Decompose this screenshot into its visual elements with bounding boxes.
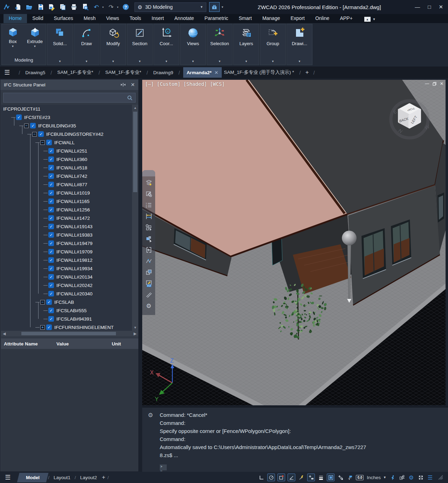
select-objects-icon[interactable] bbox=[144, 222, 154, 233]
viewport-restore-icon[interactable] bbox=[433, 82, 436, 86]
dyn-input-icon[interactable] bbox=[298, 474, 305, 481]
tree-item[interactable]: ✓IFCWALL#19479 bbox=[1, 239, 132, 247]
lineweight-icon[interactable] bbox=[317, 474, 324, 481]
ribbon-options-icon[interactable]: ▼ bbox=[373, 18, 376, 21]
help-icon[interactable]: ? bbox=[122, 3, 130, 11]
tree-item[interactable]: ✓IFCWALL#19383 bbox=[1, 231, 132, 239]
tab-surfaces[interactable]: Surfaces bbox=[49, 14, 78, 23]
tree-expander[interactable]: + bbox=[40, 325, 45, 330]
snap-icon[interactable] bbox=[307, 474, 315, 481]
tree-checkbox[interactable]: ✓ bbox=[38, 131, 44, 137]
maximize-button[interactable]: □ bbox=[428, 4, 431, 10]
ribbon-panel-modify[interactable]: Modify▼ bbox=[100, 24, 126, 65]
tree-expander[interactable]: − bbox=[40, 140, 45, 145]
tree-item[interactable]: ✓IFCWALL#19934 bbox=[1, 264, 132, 273]
tree-checkbox[interactable]: ✓ bbox=[48, 198, 54, 204]
tree-expander[interactable]: − bbox=[24, 124, 29, 128]
tree-checkbox[interactable]: ✓ bbox=[46, 324, 52, 330]
tree-checkbox[interactable]: ✓ bbox=[48, 274, 54, 280]
tree-checkbox[interactable]: ✓ bbox=[30, 123, 36, 128]
dropdown-icon[interactable]: ▼ bbox=[127, 60, 152, 63]
tab-parametric[interactable]: Parametric bbox=[199, 14, 234, 23]
layout-tab-model[interactable]: Model bbox=[17, 473, 49, 482]
document-tab[interactable]: SAM_1F-多专业* bbox=[55, 67, 96, 78]
tree-horizontal-scrollbar[interactable]: ◀ ▶ bbox=[1, 331, 138, 336]
tree-item[interactable]: ✓IFCWALL#19812 bbox=[1, 256, 132, 264]
tree-item[interactable]: ✓IFCWALL#1165 bbox=[1, 197, 132, 205]
tree-checkbox[interactable]: ✓ bbox=[48, 249, 54, 254]
tab-insert[interactable]: Insert bbox=[146, 14, 169, 23]
tab-smart[interactable]: Smart bbox=[234, 14, 257, 23]
document-tab[interactable]: SAM_1F-多专业* bbox=[103, 67, 143, 78]
dimension-icon[interactable] bbox=[144, 211, 154, 222]
tree-checkbox[interactable]: ✓ bbox=[48, 291, 54, 296]
measure-icon[interactable] bbox=[144, 289, 154, 300]
ribbon-collapse-controls[interactable]: ▲ ▼ bbox=[364, 17, 376, 23]
tree-checkbox[interactable]: ✓ bbox=[48, 173, 54, 179]
tree-vertical-scrollbar[interactable]: ▲ ▼ bbox=[132, 105, 138, 331]
tree-item[interactable]: ✓IFCSLAB#555 bbox=[1, 306, 132, 315]
tree-item[interactable]: ✓IFCWALL#742 bbox=[1, 172, 132, 180]
dropdown-icon[interactable]: ▼ bbox=[47, 60, 73, 63]
toolbar-grip[interactable] bbox=[142, 170, 155, 176]
units-dropdown-icon[interactable]: ▼ bbox=[383, 476, 386, 479]
ribbon-button-extrude[interactable]: Extrude▼ bbox=[25, 26, 45, 48]
document-tab[interactable]: SAM_1F-多专业 (用于导入演示) * bbox=[222, 67, 296, 78]
tree-checkbox[interactable]: ✓ bbox=[48, 215, 54, 221]
tree-expander[interactable]: − bbox=[32, 132, 37, 136]
tree-item[interactable]: ✓IFCWALL#1019 bbox=[1, 189, 132, 197]
tree-item[interactable]: −✓IFCWALL bbox=[1, 138, 132, 147]
copy-icon[interactable] bbox=[59, 3, 67, 11]
tree-item[interactable]: ✓IFCWALL#877 bbox=[1, 180, 132, 189]
scroll-down-icon[interactable]: ▼ bbox=[134, 324, 137, 331]
tab-solid[interactable]: Solid bbox=[27, 14, 48, 23]
tree-checkbox[interactable]: ✓ bbox=[48, 207, 54, 212]
viewport-minimize-icon[interactable]: — bbox=[425, 81, 429, 86]
command-line-panel[interactable]: ⚙ Command: *Cancel*Command:Specify oppos… bbox=[142, 407, 448, 472]
otrack-icon[interactable] bbox=[288, 474, 295, 481]
settings-icon[interactable]: ⚙ bbox=[408, 474, 415, 481]
tab-tools[interactable]: Tools bbox=[124, 14, 146, 23]
resize-grip[interactable] bbox=[438, 475, 443, 480]
dropdown-icon[interactable]: ▼ bbox=[34, 45, 36, 48]
tab-annotate[interactable]: Annotate bbox=[169, 14, 199, 23]
tree-checkbox[interactable]: ✓ bbox=[48, 182, 54, 187]
tree-checkbox[interactable]: ✓ bbox=[46, 140, 52, 145]
viewport-label[interactable]: [—] [Custom] [Shaded] [WCS] bbox=[145, 81, 225, 87]
tree-item[interactable]: ✓IFCWALL#360 bbox=[1, 155, 132, 163]
ribbon-panel-section[interactable]: Section▼ bbox=[127, 24, 153, 65]
tab-home[interactable]: Home bbox=[4, 14, 27, 23]
tree-checkbox[interactable]: ✓ bbox=[48, 240, 54, 246]
tab-close-icon[interactable]: ✕ bbox=[214, 70, 218, 75]
tree-item[interactable]: ✓IFCWALL#251 bbox=[1, 147, 132, 155]
tab-mesh[interactable]: Mesh bbox=[78, 14, 101, 23]
selection-cycling-icon[interactable] bbox=[398, 474, 405, 481]
dropdown-icon[interactable]: ▼ bbox=[287, 60, 312, 63]
document-tab[interactable]: Armanda2*✕ bbox=[183, 67, 222, 78]
precision-box[interactable]: 0.0 bbox=[356, 475, 364, 480]
tree-checkbox[interactable]: ✓ bbox=[48, 165, 54, 170]
tree-item[interactable]: ✓IFCWALL#19143 bbox=[1, 222, 132, 231]
dropdown-icon[interactable]: ▼ bbox=[101, 60, 126, 63]
tree-checkbox[interactable]: ✓ bbox=[48, 257, 54, 263]
layer-light-icon[interactable] bbox=[144, 177, 154, 188]
dropdown-icon[interactable]: ▼ bbox=[12, 45, 14, 48]
tree-item[interactable]: ✓IFCWALL#1256 bbox=[1, 205, 132, 214]
scroll-thumb[interactable] bbox=[133, 112, 137, 192]
tree-item[interactable]: ✓IFCWALL#20134 bbox=[1, 273, 132, 281]
tree-item[interactable]: ✓IFCWALL#19709 bbox=[1, 247, 132, 256]
tab-views[interactable]: Views bbox=[101, 14, 124, 23]
tree-checkbox[interactable]: ✓ bbox=[48, 148, 54, 154]
dropdown-icon[interactable]: ▼ bbox=[260, 60, 285, 63]
units-label[interactable]: Inches bbox=[367, 475, 381, 480]
tree-checkbox[interactable]: ✓ bbox=[16, 114, 22, 120]
pgp-edit-icon[interactable]: PGP bbox=[144, 278, 154, 289]
undo-dropdown-icon[interactable]: ▾ bbox=[102, 6, 104, 9]
document-tab[interactable]: Drawing5 bbox=[23, 68, 47, 78]
command-settings-icon[interactable]: ⚙ bbox=[148, 412, 153, 419]
transparency-icon[interactable] bbox=[327, 474, 335, 481]
preview-icon[interactable] bbox=[81, 3, 89, 11]
polyline-edit-icon[interactable] bbox=[144, 255, 154, 267]
workspace-dropdown-icon[interactable]: ▼ bbox=[200, 5, 203, 9]
minimize-button[interactable]: — bbox=[415, 4, 420, 10]
